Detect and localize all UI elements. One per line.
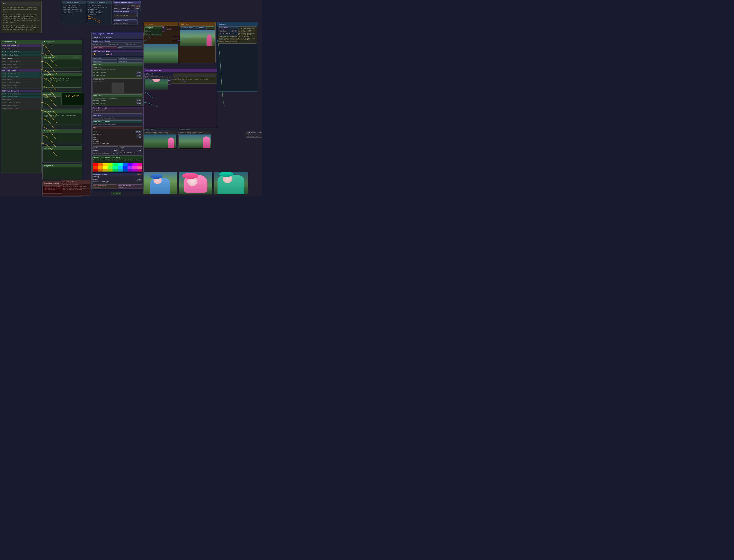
subject6-body	[43, 150, 82, 160]
preset1-content: Mr. Ok, wellspawn, (se adversity include…	[62, 4, 86, 15]
subject1-text[interactable]: river, mountain	[43, 60, 81, 68]
iteration-row: iteration 5.00	[93, 133, 142, 135]
load-lora-1-body: lora_name ArdelythionSweet_v10-subclass.…	[93, 66, 143, 78]
hiresx-upscale-val: 2.000	[231, 30, 237, 32]
second-pass-content: 1:1 Hirefix Upscale (image) number_from …	[179, 26, 216, 47]
preset1-label: Preset 1 - Anime	[64, 2, 78, 3]
img-blend-2: Image Blend by Mask	[1, 87, 41, 89]
preview-img-3	[214, 172, 248, 194]
convert-mask-2: Convert Mask to Image	[1, 81, 41, 84]
subject2-panel: Subject #2 1girl, full body, (the girl:1…	[42, 73, 82, 91]
subject2-text[interactable]: 1girl, full body, (the girl:1.0), (the_m…	[43, 77, 81, 88]
height-after-row: control_after_gen...	[120, 152, 142, 154]
image-size-node: Image Size to Number	[92, 36, 143, 39]
hiresx-ctrl: control_after_gen...	[219, 33, 237, 34]
const2-getimg: Get Img	[219, 29, 228, 31]
note-header: Note	[2, 2, 40, 6]
color-11	[93, 166, 98, 169]
color-17	[123, 166, 128, 169]
clip-te-body-1: ScaleMask	[1, 47, 41, 50]
filter-badge[interactable]: FILTER ▷	[112, 192, 121, 195]
primitive-1: ● Primitive	[92, 43, 109, 46]
iteration-val: 5.00	[136, 133, 142, 135]
strength-clip-label: strength_clip	[93, 75, 136, 76]
subject6-panel: Subject #6	[42, 146, 82, 163]
primitives-row: ● Primitive ● Primitive ● Primitive	[92, 43, 143, 46]
subject5-body	[43, 133, 82, 142]
text-concat-label: Text Concatenate	[93, 185, 117, 186]
text-concat-row: Text Concatenate Positive #: CLIP Text E…	[92, 184, 143, 189]
note-node-main: Note This workflow uses the Latent Coupl…	[1, 1, 42, 33]
const-num-title: Constant Number	[114, 11, 129, 13]
sp-char	[203, 137, 210, 148]
color-6	[118, 163, 123, 166]
mask-comp-3: MaskComposite	[1, 98, 41, 101]
seed-row: Seed NUMBER	[93, 130, 142, 133]
noisyx-node: NoisyX	[118, 46, 143, 49]
subject1-offset: 0:0/base →	[72, 56, 80, 58]
clip-te-row-1: ScaleMask	[2, 48, 40, 49]
cond-set-mask-header-1: Conditioning (Set Ma...	[1, 51, 41, 53]
subject2-label: Subject #2	[44, 74, 54, 76]
color-7	[123, 163, 128, 166]
first-pass-img	[144, 44, 178, 63]
wh-row: Width value 960 control_after_gen... STG…	[92, 146, 143, 156]
const-node-2: Const Node Get Img disabled ●	[218, 26, 229, 33]
sam-header-2: SAM.model	[145, 73, 173, 75]
cond-set-2: Conditioning (Set Ma...	[1, 72, 41, 75]
lora-strength-clip-row: strength_clip 0.000	[93, 74, 142, 77]
subject5-panel: Subject #5	[42, 129, 82, 145]
second-pass-label: 2nd Pass	[181, 23, 189, 25]
cpu-node: CPU Seed NUMBER iteration 5.00 cfg 5.00	[92, 126, 143, 146]
clip-te-n-neg: Negative #:	[119, 187, 142, 188]
clip-set-title: CLIP Set Last Layer	[93, 50, 111, 52]
color-10	[137, 163, 142, 166]
color-2	[98, 163, 103, 166]
subject1-body: river, mountain	[43, 59, 82, 69]
mask-comp-header-1: MaskComposite	[1, 57, 41, 59]
lora-name-value: ArdelythionSweet_v10-subclass...	[93, 69, 142, 71]
scalemask-label: ScaleMask	[2, 48, 10, 49]
node-canvas[interactable]: Note This workflow uses the Latent Coupl…	[0, 0, 262, 196]
choose-preset-node: Choose Preset (1-4) value 1.000 FLOAT co…	[113, 1, 141, 11]
settings-header: Settings & Loaders	[92, 32, 144, 36]
sam-body: Text-01: Green-00 Blue-01 Yellow-04 Purp…	[93, 159, 143, 163]
load-upscale-header: Load Upscale Model	[93, 121, 143, 123]
opacity-val-label: value	[93, 178, 136, 180]
empty-latent-header: Empty Latent Image	[93, 40, 143, 42]
opacity-val-row: value 0.500	[93, 178, 142, 181]
subject1-header: Subject #1 0:0/base →	[43, 55, 82, 59]
height-ctrl: control_after_gen...	[120, 152, 142, 154]
cfg-label: cfg	[93, 136, 136, 138]
subject1-panel: Subject #1 0:0/base → river, mountain	[42, 55, 82, 72]
load-vae-node: Load VAE vae_name: kl-f8-anime2.ckpt	[92, 114, 143, 120]
color-5	[113, 163, 118, 166]
preview-bridge-1: Preview Bridge images MAGE ▷	[92, 78, 143, 94]
float-badge-2: FLOAT	[137, 173, 142, 175]
color-4	[108, 163, 113, 166]
preset2-content: (8k, masterpiece, high_resolution, extre…	[87, 4, 112, 17]
ksampler-body: model positive negative latent_image → L…	[145, 29, 162, 36]
save-img-header: Save Image (Final)	[246, 131, 262, 134]
convert-mask-1: Convert Mask to Image	[1, 60, 41, 62]
scheduler-row: scheduler	[93, 141, 142, 142]
width-label: Width	[93, 147, 118, 149]
subject4-text[interactable]: 1girl, bottom_milk, face, close-up, happ…	[43, 114, 81, 124]
subject2-body: 1girl, full body, (the girl:1.0), (the_m…	[43, 76, 82, 89]
choose-preset-header: Choose Preset (1-4)	[113, 1, 141, 4]
neg-prompt-area-body: (REPETITIVE_FOREGROUND:0.5),(QUALITY:0.9…	[62, 184, 90, 191]
img-remove-2: Image Remove Color	[1, 84, 41, 86]
ckpt-name: daniRobots_v10 - subclass...	[93, 110, 142, 111]
const2-header: Const Node	[218, 27, 229, 29]
mask-comp-2: MaskComposite	[1, 78, 41, 81]
color-23	[103, 169, 108, 172]
primitive-3: ● Primitive	[126, 43, 143, 46]
clip-set-body: CLIP	[93, 52, 143, 56]
opacity-after-row: control_after_gen...	[93, 181, 142, 183]
control-after-value: fixed	[134, 8, 140, 10]
img-size-header: Image Size to Number	[93, 36, 143, 39]
subject5-header: Subject #5	[43, 129, 82, 133]
preview-second-pass-node: Preview Image (Second Pass)	[179, 131, 211, 149]
text-concat-pos: Positive #:	[93, 187, 117, 188]
load-lora-1-header: Load LoRA	[93, 63, 143, 66]
